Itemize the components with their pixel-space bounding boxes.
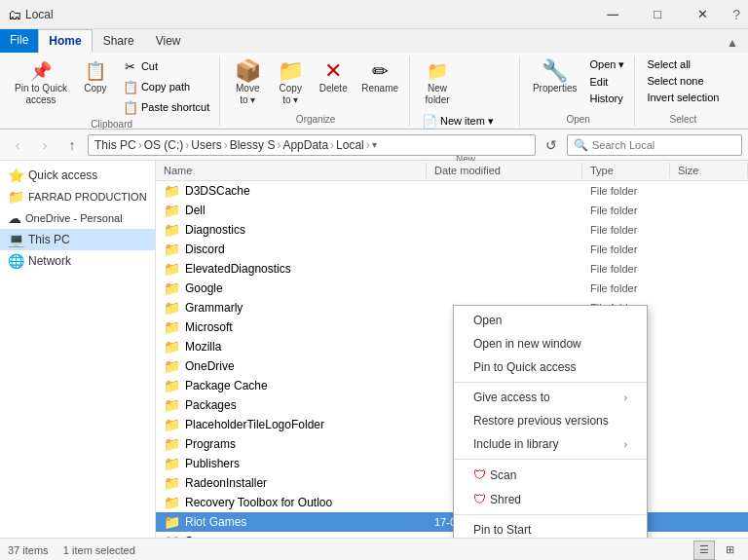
table-row[interactable]: 📁D3DSCache File folder [156, 181, 748, 201]
edit-button[interactable]: Edit [585, 74, 628, 90]
select-none-button[interactable]: Select none [643, 73, 723, 89]
search-icon: 🔍 [574, 138, 588, 152]
table-row[interactable]: 📁Programs File folder [156, 434, 748, 454]
search-input[interactable] [592, 139, 735, 151]
table-row-riot-games[interactable]: 📁Riot Games 17-03-2022 04:50 PM File fol… [156, 512, 748, 532]
copy-button[interactable]: 📋 Copy [74, 56, 117, 97]
column-header-date[interactable]: Date modified [427, 163, 582, 178]
pin-to-quick-access-button[interactable]: 📌 Pin to Quickaccess [10, 56, 72, 109]
breadcrumb-item-osc[interactable]: OS (C:) [144, 138, 184, 152]
folder-icon: 📁 [164, 319, 180, 335]
large-icons-view-button[interactable]: ⊞ [719, 541, 740, 560]
quick-access-icon: ⭐ [8, 168, 24, 183]
ctx-pin-start[interactable]: Pin to Start [454, 518, 647, 538]
cut-button[interactable]: ✂ Cut [119, 56, 213, 76]
table-row[interactable]: 📁Snap 19-03-2022 10:17 AM File folder [156, 532, 748, 538]
table-row[interactable]: 📁OneDrive File folder [156, 356, 748, 376]
sidebar-item-network[interactable]: 🌐 Network [0, 250, 155, 272]
title-bar: 🗂 Local ─ □ ✕ ? [0, 0, 748, 29]
breadcrumb-dropdown-icon[interactable]: ▾ [372, 139, 377, 150]
folder-icon: 📁 [164, 203, 180, 218]
sidebar-item-quick-access[interactable]: ⭐ Quick access [0, 165, 155, 186]
refresh-button[interactable]: ↺ [540, 133, 563, 157]
copy-icon: 📋 [84, 59, 107, 83]
move-to-button[interactable]: 📦 Moveto ▾ [228, 56, 267, 109]
delete-button[interactable]: ✕ Delete [314, 56, 353, 97]
table-row[interactable]: 📁Grammarly File folder [156, 298, 748, 317]
breadcrumb-item-local[interactable]: Local [336, 138, 364, 152]
tab-home[interactable]: Home [38, 29, 92, 53]
table-row[interactable]: 📁Dell File folder [156, 201, 748, 220]
tab-share[interactable]: Share [93, 29, 145, 53]
ctx-open-new-window[interactable]: Open in new window [454, 332, 647, 355]
folder-icon: 📁 [164, 358, 180, 374]
table-row[interactable]: 📁Packages File folder [156, 395, 748, 415]
ctx-restore-versions[interactable]: Restore previous versions [454, 409, 647, 432]
ctx-shred[interactable]: 🛡 Shred [454, 487, 647, 511]
table-row[interactable]: 📁Microsoft File folder [156, 317, 748, 337]
table-row[interactable]: 📁RadeonInstaller File folder [156, 473, 748, 493]
column-header-type[interactable]: Type [582, 163, 670, 178]
ctx-separator-1 [454, 382, 647, 383]
folder-icon: 📁 [164, 183, 180, 199]
new-item-button[interactable]: 📄 New item ▾ [418, 111, 498, 131]
file-list-header: Name Date modified Type Size [156, 161, 748, 181]
main-layout: ⭐ Quick access 📁 FARRAD PRODUCTION ☁ One… [0, 161, 748, 538]
back-button[interactable]: ‹ [6, 133, 29, 157]
farrad-icon: 📁 [8, 189, 24, 205]
ctx-give-access[interactable]: Give access to › [454, 386, 647, 409]
ctx-pin-quick-access[interactable]: Pin to Quick access [454, 355, 647, 379]
table-row[interactable]: 📁Discord File folder [156, 240, 748, 259]
table-row[interactable]: 📁Google File folder [156, 279, 748, 298]
new-folder-icon: 📁 [426, 59, 449, 83]
ctx-open[interactable]: Open [454, 309, 647, 332]
details-view-button[interactable]: ☰ [693, 541, 715, 560]
question-icon[interactable]: ? [732, 7, 740, 22]
invert-selection-button[interactable]: Invert selection [643, 90, 723, 105]
history-button[interactable]: History [585, 91, 628, 106]
table-row[interactable]: 📁Mozilla File folder [156, 337, 748, 356]
table-row[interactable]: 📁Diagnostics File folder [156, 220, 748, 240]
copy-path-button[interactable]: 📋 Copy path [119, 77, 213, 96]
shred-icon: 🛡 [473, 492, 486, 506]
rename-button[interactable]: ✏ Rename [356, 56, 403, 97]
new-folder-button[interactable]: 📁 Newfolder [418, 56, 457, 109]
table-row[interactable]: 📁ElevatedDiagnostics File folder [156, 259, 748, 279]
properties-button[interactable]: 🔧 Properties [528, 56, 582, 97]
paste-shortcut-button[interactable]: 📋 Paste shortcut [119, 97, 213, 117]
file-list-container: Name Date modified Type Size 📁D3DSCache … [156, 161, 748, 538]
breadcrumb-item-users[interactable]: Users [191, 138, 221, 152]
sidebar: ⭐ Quick access 📁 FARRAD PRODUCTION ☁ One… [0, 161, 156, 538]
collapse-ribbon-icon[interactable]: ▲ [721, 31, 744, 55]
minimize-button[interactable]: ─ [590, 0, 635, 29]
folder-icon: 📁 [164, 417, 180, 432]
status-bar: 37 items 1 item selected ☰ ⊞ [0, 538, 748, 560]
tab-file[interactable]: File [0, 29, 38, 53]
sidebar-item-this-pc[interactable]: 💻 This PC [0, 229, 155, 250]
column-header-name[interactable]: Name [156, 163, 427, 178]
status-items-count: 37 items 1 item selected [8, 544, 135, 556]
table-row[interactable]: 📁Publishers File folder [156, 454, 748, 473]
copy-to-button[interactable]: 📁 Copyto ▾ [271, 56, 310, 109]
file-rows: 📁D3DSCache File folder 📁Dell File folder… [156, 181, 748, 538]
close-button[interactable]: ✕ [680, 0, 725, 29]
breadcrumb[interactable]: This PC › OS (C:) › Users › Blessy S › A… [88, 134, 536, 156]
column-header-size[interactable]: Size [670, 163, 748, 178]
table-row[interactable]: 📁PlaceholderTileLogoFolder File folder [156, 415, 748, 434]
sidebar-item-onedrive[interactable]: ☁ OneDrive - Personal [0, 207, 155, 229]
tab-view[interactable]: View [145, 29, 192, 53]
sidebar-item-farrad[interactable]: 📁 FARRAD PRODUCTION [0, 186, 155, 207]
forward-button[interactable]: › [33, 133, 56, 157]
up-button[interactable]: ↑ [60, 133, 84, 157]
table-row[interactable]: 📁Package Cache File folder [156, 376, 748, 395]
ctx-scan[interactable]: 🛡 Scan [454, 463, 647, 487]
maximize-button[interactable]: □ [635, 0, 680, 29]
breadcrumb-item-blessys[interactable]: Blessy S [230, 138, 276, 152]
open-dropdown-button[interactable]: Open ▾ [585, 56, 628, 73]
breadcrumb-item-appdata[interactable]: AppData [282, 138, 328, 152]
ctx-include-library[interactable]: Include in library › [454, 432, 647, 456]
breadcrumb-item-thispc[interactable]: This PC [94, 138, 136, 152]
search-box[interactable]: 🔍 [567, 134, 742, 156]
select-all-button[interactable]: Select all [643, 56, 723, 72]
table-row[interactable]: 📁Recovery Toolbox for Outloo File folder [156, 493, 748, 512]
